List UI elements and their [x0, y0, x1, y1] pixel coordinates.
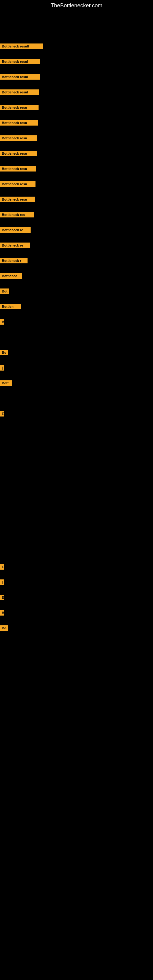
site-title: TheBottlenecker.com: [0, 0, 153, 11]
bottleneck-result-badge[interactable]: Bottleneck resu: [0, 120, 38, 126]
bottleneck-result-badge[interactable]: Bottleneck re: [0, 243, 30, 248]
bottleneck-result-badge[interactable]: Bottleneck resu: [0, 197, 35, 202]
bottleneck-result-badge[interactable]: E: [0, 411, 4, 417]
bottleneck-result-badge[interactable]: Bottleneck resul: [0, 59, 40, 64]
bottleneck-result-badge[interactable]: B: [0, 319, 4, 325]
bottleneck-result-badge[interactable]: Bottleneck resu: [0, 105, 38, 110]
bottleneck-result-badge[interactable]: Bottleneck resul: [0, 74, 40, 80]
bottleneck-result-badge[interactable]: Bottleneck result: [0, 43, 43, 49]
bottleneck-result-badge[interactable]: B: [0, 610, 4, 616]
site-header: TheBottlenecker.com: [0, 0, 153, 11]
bottleneck-result-badge[interactable]: Bottleneck res: [0, 212, 33, 218]
bottleneck-result-badge[interactable]: Bottleneck resu: [0, 151, 37, 156]
bottleneck-result-badge[interactable]: Bottleneck r: [0, 258, 27, 263]
bottleneck-result-badge[interactable]: F: [0, 564, 4, 570]
bottleneck-result-badge[interactable]: Bot: [0, 288, 9, 294]
bottleneck-result-badge[interactable]: Bottleneck resu: [0, 166, 36, 172]
bottleneck-result-badge[interactable]: Bottlenec: [0, 273, 22, 279]
bottleneck-result-badge[interactable]: |: [0, 579, 4, 585]
bottleneck-result-badge[interactable]: Bo: [0, 350, 8, 355]
bottleneck-result-badge[interactable]: Bottleneck resu: [0, 135, 37, 141]
bottleneck-result-badge[interactable]: Bottleneck resu: [0, 181, 35, 187]
bottleneck-result-badge[interactable]: E: [0, 595, 4, 600]
bottleneck-result-badge[interactable]: Bottleneck re: [0, 227, 30, 233]
bottleneck-result-badge[interactable]: Bottleneck resul: [0, 89, 39, 95]
bottleneck-result-badge[interactable]: Bo: [0, 625, 8, 631]
bottleneck-result-badge[interactable]: Bottlen: [0, 304, 21, 309]
bottleneck-result-badge[interactable]: Bott: [0, 380, 12, 386]
bottleneck-result-badge[interactable]: |: [0, 365, 4, 371]
